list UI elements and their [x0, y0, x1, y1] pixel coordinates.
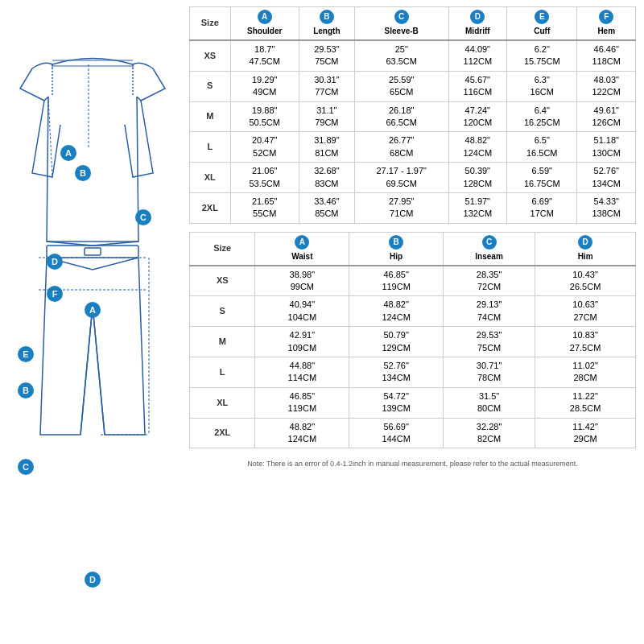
top-cell: 33.46"85CM — [299, 192, 354, 223]
top-cell: 6.4"16.25CM — [507, 101, 577, 132]
bottom-size-row: XL46.85"119CM54.72"139CM31.5"80CM11.22"2… — [190, 387, 636, 418]
measurement-note: Note: There is an error of 0.4-1.2inch i… — [189, 460, 636, 468]
top-cell: 18.7"47.5CM — [230, 40, 299, 71]
bottom-cell: 46.85"119CM — [255, 387, 349, 418]
top-size-table: Size AShoulderBLengthCSleeve-BDMidriffEC… — [189, 6, 636, 224]
bottom-cell: 56.69"144CM — [349, 418, 444, 448]
top-cell: 46.46"118CM — [577, 40, 636, 71]
right-panel: Size AShoulderBLengthCSleeve-BDMidriffEC… — [185, 0, 644, 644]
svg-text:D: D — [52, 257, 58, 266]
size-label: M — [190, 101, 231, 132]
size-label: 2XL — [190, 418, 255, 448]
top-col-header-b: BLength — [299, 7, 354, 41]
top-cell: 19.29"49CM — [230, 71, 299, 101]
top-cell: 27.95"71CM — [354, 192, 448, 223]
top-size-row: XS18.7"47.5CM29.53"75CM25"63.5CM44.09"11… — [190, 40, 636, 71]
garment-illustration: A B C D F A E B C D — [0, 0, 185, 644]
bottom-cell: 48.82"124CM — [255, 418, 349, 448]
top-size-row: L20.47"52CM31.89"81CM26.77"68CM48.82"124… — [190, 132, 636, 163]
top-size-header: Size — [190, 7, 231, 41]
top-cell: 31.89"81CM — [299, 132, 354, 163]
bottom-cell: 11.02"28CM — [535, 357, 636, 388]
bottom-cell: 10.43"26.5CM — [535, 266, 636, 296]
bottom-cell: 11.22"28.5CM — [535, 387, 636, 418]
bottom-cell: 48.82"124CM — [349, 296, 444, 327]
size-label: XL — [190, 387, 255, 418]
top-cell: 25.59"65CM — [354, 71, 448, 101]
bottom-cell: 38.98"99CM — [255, 266, 349, 296]
top-cell: 25"63.5CM — [354, 40, 448, 71]
top-cell: 49.61"126CM — [577, 101, 636, 132]
size-label: M — [190, 327, 255, 357]
bottom-cell: 32.28"82CM — [444, 418, 535, 448]
size-label: L — [190, 357, 255, 388]
top-cell: 6.3"16CM — [507, 71, 577, 101]
top-cell: 6.59"16.75CM — [507, 163, 577, 193]
bottom-cell: 10.63"27CM — [535, 296, 636, 327]
svg-text:A: A — [65, 148, 72, 158]
top-cell: 45.67"116CM — [448, 71, 506, 101]
bottom-cell: 31.5"80CM — [444, 387, 535, 418]
top-cell: 6.5"16.5CM — [507, 132, 577, 163]
top-cell: 48.82"124CM — [448, 132, 506, 163]
bottom-size-row: L44.88"114CM52.76"134CM30.71"78CM11.02"2… — [190, 357, 636, 388]
size-label: 2XL — [190, 192, 231, 223]
top-cell: 44.09"112CM — [448, 40, 506, 71]
size-label: S — [190, 71, 231, 101]
top-size-row: 2XL21.65"55CM33.46"85CM27.95"71CM51.97"1… — [190, 192, 636, 223]
top-cell: 19.88"50.5CM — [230, 101, 299, 132]
top-cell: 51.97"132CM — [448, 192, 506, 223]
top-cell: 21.65"55CM — [230, 192, 299, 223]
top-col-header-e: ECuff — [507, 7, 577, 41]
top-size-row: XL21.06"53.5CM32.68"83CM27.17 - 1.97"69.… — [190, 163, 636, 193]
top-cell: 51.18"130CM — [577, 132, 636, 163]
top-col-header-f: FHem — [577, 7, 636, 41]
top-col-header-a: AShoulder — [230, 7, 299, 41]
bottom-cell: 44.88"114CM — [255, 357, 349, 388]
top-cell: 32.68"83CM — [299, 163, 354, 193]
bottom-cell: 30.71"78CM — [444, 357, 535, 388]
svg-text:E: E — [23, 349, 28, 359]
top-cell: 26.77"68CM — [354, 132, 448, 163]
bottom-cell: 46.85"119CM — [349, 266, 444, 296]
bottom-size-header: Size — [190, 232, 255, 266]
top-cell: 20.47"52CM — [230, 132, 299, 163]
bottom-cell: 52.76"134CM — [349, 357, 444, 388]
top-cell: 54.33"138CM — [577, 192, 636, 223]
top-cell: 6.2"15.75CM — [507, 40, 577, 71]
size-label: XS — [190, 266, 255, 296]
bottom-cell: 40.94"104CM — [255, 296, 349, 327]
bottom-cell: 11.42"29CM — [535, 418, 636, 448]
top-cell: 31.1"79CM — [299, 101, 354, 132]
bottom-cell: 50.79"129CM — [349, 327, 444, 357]
size-label: L — [190, 132, 231, 163]
top-cell: 47.24"120CM — [448, 101, 506, 132]
bottom-cell: 29.53"75CM — [444, 327, 535, 357]
svg-text:D: D — [89, 575, 96, 584]
top-cell: 29.53"75CM — [299, 40, 354, 71]
bottom-col-header-a: AWaist — [255, 232, 349, 266]
svg-text:A: A — [89, 305, 96, 315]
top-size-row: S19.29"49CM30.31"77CM25.59"65CM45.67"116… — [190, 71, 636, 101]
bottom-cell: 54.72"139CM — [349, 387, 444, 418]
bottom-size-row: S40.94"104CM48.82"124CM29.13"74CM10.63"2… — [190, 296, 636, 327]
top-cell: 30.31"77CM — [299, 71, 354, 101]
bottom-size-row: 2XL48.82"124CM56.69"144CM32.28"82CM11.42… — [190, 418, 636, 448]
svg-text:B: B — [23, 386, 29, 395]
bottom-size-table: Size AWaistBHipCInseamDHim XS38.98"99CM4… — [189, 232, 636, 449]
bottom-size-row: XS38.98"99CM46.85"119CM28.35"72CM10.43"2… — [190, 266, 636, 296]
bottom-col-header-b: BHip — [349, 232, 444, 266]
svg-text:F: F — [52, 289, 58, 299]
bottom-cell: 29.13"74CM — [444, 296, 535, 327]
top-cell: 50.39"128CM — [448, 163, 506, 193]
svg-line-30 — [48, 97, 52, 177]
svg-text:C: C — [140, 213, 147, 222]
svg-text:C: C — [23, 462, 29, 472]
bottom-cell: 42.91"109CM — [255, 327, 349, 357]
top-cell: 26.18"66.5CM — [354, 101, 448, 132]
size-label: XL — [190, 163, 231, 193]
bottom-size-row: M42.91"109CM50.79"129CM29.53"75CM10.83"2… — [190, 327, 636, 357]
size-label: S — [190, 296, 255, 327]
top-col-header-c: CSleeve-B — [354, 7, 448, 41]
bottom-col-header-c: CInseam — [444, 232, 535, 266]
